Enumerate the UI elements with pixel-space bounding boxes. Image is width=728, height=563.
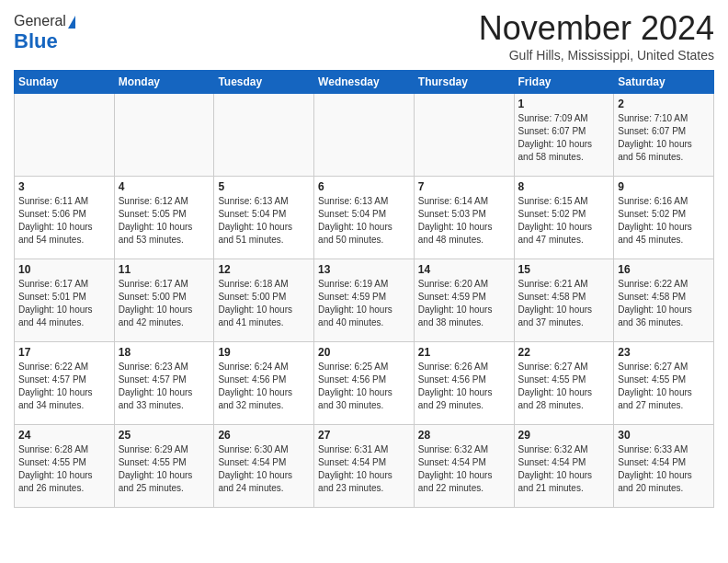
weekday-header-tuesday: Tuesday xyxy=(214,71,314,94)
calendar-cell: 8Sunrise: 6:15 AMSunset: 5:02 PMDaylight… xyxy=(514,177,614,259)
day-number: 23 xyxy=(618,346,710,359)
weekday-header-sunday: Sunday xyxy=(15,71,115,94)
calendar-cell: 16Sunrise: 6:22 AMSunset: 4:58 PMDayligh… xyxy=(614,259,714,342)
day-info: Sunrise: 6:11 AMSunset: 5:06 PMDaylight:… xyxy=(18,195,110,247)
location-text: Gulf Hills, Mississippi, United States xyxy=(479,48,714,63)
day-info: Sunrise: 6:17 AMSunset: 5:00 PMDaylight:… xyxy=(119,278,210,329)
day-info: Sunrise: 6:28 AMSunset: 4:55 PMDaylight:… xyxy=(18,443,110,495)
calendar-cell: 22Sunrise: 6:27 AMSunset: 4:55 PMDayligh… xyxy=(514,342,614,425)
day-number: 4 xyxy=(119,180,210,193)
day-number: 21 xyxy=(418,346,510,359)
calendar-cell: 7Sunrise: 6:14 AMSunset: 5:03 PMDaylight… xyxy=(414,177,514,259)
calendar-cell xyxy=(314,94,415,177)
day-info: Sunrise: 6:19 AMSunset: 4:59 PMDaylight:… xyxy=(318,278,410,329)
day-number: 3 xyxy=(18,180,110,193)
calendar-cell: 28Sunrise: 6:32 AMSunset: 4:54 PMDayligh… xyxy=(414,425,514,508)
day-info: Sunrise: 6:16 AMSunset: 5:02 PMDaylight:… xyxy=(618,195,710,247)
calendar-cell: 2Sunrise: 7:10 AMSunset: 6:07 PMDaylight… xyxy=(614,94,714,177)
day-info: Sunrise: 6:13 AMSunset: 5:04 PMDaylight:… xyxy=(218,195,310,247)
calendar-cell: 30Sunrise: 6:33 AMSunset: 4:54 PMDayligh… xyxy=(614,425,714,508)
day-info: Sunrise: 6:24 AMSunset: 4:56 PMDaylight:… xyxy=(218,361,310,412)
calendar-week-row: 10Sunrise: 6:17 AMSunset: 5:01 PMDayligh… xyxy=(15,259,714,342)
weekday-header-monday: Monday xyxy=(114,71,214,94)
day-number: 22 xyxy=(518,346,610,359)
day-info: Sunrise: 6:31 AMSunset: 4:54 PMDaylight:… xyxy=(318,443,410,495)
day-info: Sunrise: 6:29 AMSunset: 4:55 PMDaylight:… xyxy=(119,443,210,495)
month-title: November 2024 xyxy=(479,9,714,48)
calendar-cell: 14Sunrise: 6:20 AMSunset: 4:59 PMDayligh… xyxy=(414,259,514,342)
day-info: Sunrise: 6:17 AMSunset: 5:01 PMDaylight:… xyxy=(18,278,110,329)
calendar-cell: 19Sunrise: 6:24 AMSunset: 4:56 PMDayligh… xyxy=(214,342,314,425)
day-info: Sunrise: 6:21 AMSunset: 4:58 PMDaylight:… xyxy=(518,278,610,329)
logo: General Blue xyxy=(14,13,75,53)
day-number: 26 xyxy=(218,429,310,442)
day-number: 19 xyxy=(218,346,310,359)
day-info: Sunrise: 6:12 AMSunset: 5:05 PMDaylight:… xyxy=(119,195,210,247)
day-number: 17 xyxy=(18,346,110,359)
calendar-cell: 21Sunrise: 6:26 AMSunset: 4:56 PMDayligh… xyxy=(414,342,514,425)
calendar-cell: 9Sunrise: 6:16 AMSunset: 5:02 PMDaylight… xyxy=(614,177,714,259)
day-number: 6 xyxy=(318,180,410,193)
day-info: Sunrise: 6:27 AMSunset: 4:55 PMDaylight:… xyxy=(618,361,710,412)
weekday-header-wednesday: Wednesday xyxy=(314,71,415,94)
logo-blue-text: Blue xyxy=(14,29,58,53)
calendar-cell: 17Sunrise: 6:22 AMSunset: 4:57 PMDayligh… xyxy=(15,342,115,425)
calendar-cell: 15Sunrise: 6:21 AMSunset: 4:58 PMDayligh… xyxy=(514,259,614,342)
day-number: 7 xyxy=(418,180,510,193)
day-number: 12 xyxy=(218,263,310,276)
day-info: Sunrise: 6:25 AMSunset: 4:56 PMDaylight:… xyxy=(318,361,410,412)
weekday-header-saturday: Saturday xyxy=(614,71,714,94)
day-info: Sunrise: 6:27 AMSunset: 4:55 PMDaylight:… xyxy=(518,361,610,412)
weekday-header-friday: Friday xyxy=(514,71,614,94)
day-number: 16 xyxy=(618,263,710,276)
day-info: Sunrise: 6:22 AMSunset: 4:57 PMDaylight:… xyxy=(18,361,110,412)
calendar-cell: 18Sunrise: 6:23 AMSunset: 4:57 PMDayligh… xyxy=(114,342,214,425)
day-number: 28 xyxy=(418,429,510,442)
logo-general-text: General xyxy=(14,13,66,29)
weekday-header-row: SundayMondayTuesdayWednesdayThursdayFrid… xyxy=(15,71,714,94)
calendar-cell: 26Sunrise: 6:30 AMSunset: 4:54 PMDayligh… xyxy=(214,425,314,508)
day-info: Sunrise: 6:26 AMSunset: 4:56 PMDaylight:… xyxy=(418,361,510,412)
day-info: Sunrise: 6:23 AMSunset: 4:57 PMDaylight:… xyxy=(119,361,210,412)
day-number: 25 xyxy=(119,429,210,442)
calendar-table: SundayMondayTuesdayWednesdayThursdayFrid… xyxy=(14,70,714,508)
day-number: 30 xyxy=(618,429,710,442)
day-number: 18 xyxy=(119,346,210,359)
day-number: 24 xyxy=(18,429,110,442)
day-info: Sunrise: 6:20 AMSunset: 4:59 PMDaylight:… xyxy=(418,278,510,329)
day-number: 5 xyxy=(218,180,310,193)
calendar-cell: 29Sunrise: 6:32 AMSunset: 4:54 PMDayligh… xyxy=(514,425,614,508)
day-number: 27 xyxy=(318,429,410,442)
day-number: 15 xyxy=(518,263,610,276)
calendar-cell: 4Sunrise: 6:12 AMSunset: 5:05 PMDaylight… xyxy=(114,177,214,259)
calendar-cell: 6Sunrise: 6:13 AMSunset: 5:04 PMDaylight… xyxy=(314,177,415,259)
day-info: Sunrise: 6:32 AMSunset: 4:54 PMDaylight:… xyxy=(418,443,510,495)
calendar-cell: 12Sunrise: 6:18 AMSunset: 5:00 PMDayligh… xyxy=(214,259,314,342)
calendar-cell: 23Sunrise: 6:27 AMSunset: 4:55 PMDayligh… xyxy=(614,342,714,425)
day-number: 10 xyxy=(18,263,110,276)
calendar-week-row: 3Sunrise: 6:11 AMSunset: 5:06 PMDaylight… xyxy=(15,177,714,259)
day-number: 13 xyxy=(318,263,410,276)
day-info: Sunrise: 6:14 AMSunset: 5:03 PMDaylight:… xyxy=(418,195,510,247)
calendar-cell: 3Sunrise: 6:11 AMSunset: 5:06 PMDaylight… xyxy=(15,177,115,259)
calendar-cell xyxy=(15,94,115,177)
title-area: November 2024 Gulf Hills, Mississippi, U… xyxy=(479,9,714,63)
day-number: 2 xyxy=(618,98,710,110)
calendar-cell: 5Sunrise: 6:13 AMSunset: 5:04 PMDaylight… xyxy=(214,177,314,259)
day-number: 14 xyxy=(418,263,510,276)
day-number: 29 xyxy=(518,429,610,442)
day-info: Sunrise: 6:22 AMSunset: 4:58 PMDaylight:… xyxy=(618,278,710,329)
calendar-cell xyxy=(414,94,514,177)
calendar-cell: 24Sunrise: 6:28 AMSunset: 4:55 PMDayligh… xyxy=(15,425,115,508)
calendar-week-row: 17Sunrise: 6:22 AMSunset: 4:57 PMDayligh… xyxy=(15,342,714,425)
calendar-cell: 11Sunrise: 6:17 AMSunset: 5:00 PMDayligh… xyxy=(114,259,214,342)
day-number: 1 xyxy=(518,98,610,110)
day-info: Sunrise: 6:32 AMSunset: 4:54 PMDaylight:… xyxy=(518,443,610,495)
calendar-cell: 20Sunrise: 6:25 AMSunset: 4:56 PMDayligh… xyxy=(314,342,415,425)
calendar-week-row: 1Sunrise: 7:09 AMSunset: 6:07 PMDaylight… xyxy=(15,94,714,177)
day-info: Sunrise: 6:13 AMSunset: 5:04 PMDaylight:… xyxy=(318,195,410,247)
day-number: 9 xyxy=(618,180,710,193)
day-info: Sunrise: 7:10 AMSunset: 6:07 PMDaylight:… xyxy=(618,112,710,164)
calendar-cell: 10Sunrise: 6:17 AMSunset: 5:01 PMDayligh… xyxy=(15,259,115,342)
calendar-cell xyxy=(214,94,314,177)
